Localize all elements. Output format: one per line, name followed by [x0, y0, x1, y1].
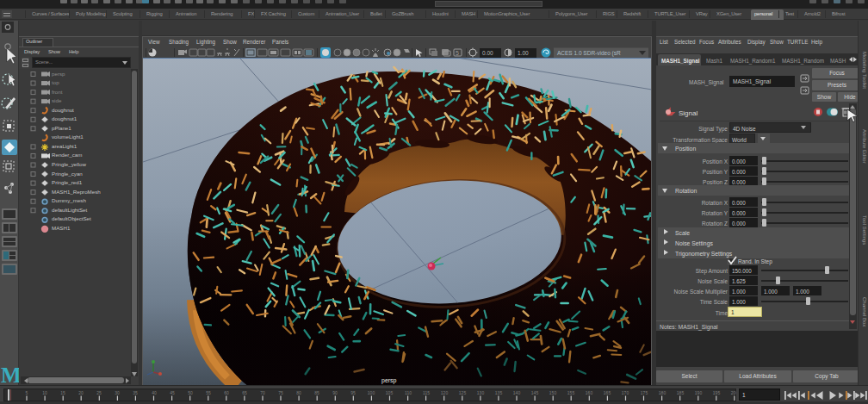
svg-text:90: 90 — [332, 390, 338, 395]
svg-text:Signal: Signal — [679, 109, 698, 117]
svg-text:persp: persp — [381, 377, 397, 384]
svg-text:185: 185 — [677, 390, 685, 395]
svg-text:150: 150 — [549, 390, 557, 395]
svg-text:160: 160 — [586, 390, 593, 395]
svg-text:1.00: 1.00 — [518, 50, 529, 56]
svg-text:5: 5 — [456, 50, 459, 56]
svg-text:180: 180 — [659, 390, 666, 395]
svg-text:130: 130 — [477, 390, 485, 395]
svg-text:10: 10 — [42, 390, 47, 395]
svg-text:195: 195 — [713, 390, 721, 395]
svg-text:20: 20 — [78, 390, 84, 395]
svg-text:55: 55 — [206, 390, 211, 395]
svg-text:60: 60 — [224, 390, 229, 395]
svg-text:75: 75 — [278, 390, 283, 395]
svg-text:65: 65 — [242, 390, 247, 395]
svg-text:35: 35 — [133, 390, 138, 395]
svg-text:170: 170 — [622, 390, 629, 395]
svg-text:50: 50 — [188, 390, 193, 395]
svg-text:190: 190 — [695, 390, 703, 395]
svg-text:140: 140 — [513, 390, 521, 395]
svg-text:0.00: 0.00 — [482, 50, 493, 56]
svg-text:40: 40 — [152, 390, 157, 395]
svg-text:80: 80 — [296, 390, 301, 395]
svg-text:95: 95 — [350, 390, 356, 395]
svg-text:125: 125 — [459, 390, 467, 395]
svg-text:165: 165 — [604, 390, 611, 395]
svg-text:105: 105 — [386, 390, 394, 395]
svg-text:115: 115 — [423, 390, 430, 395]
svg-text:5: 5 — [26, 390, 28, 395]
svg-text:200: 200 — [731, 390, 736, 395]
svg-text:85: 85 — [314, 390, 319, 395]
svg-text:100: 100 — [368, 390, 375, 395]
svg-text:30: 30 — [115, 390, 120, 395]
svg-text:145: 145 — [531, 390, 539, 395]
svg-text:110: 110 — [405, 390, 412, 395]
svg-text:135: 135 — [495, 390, 503, 395]
svg-text:70: 70 — [260, 390, 265, 395]
svg-text:45: 45 — [170, 390, 175, 395]
svg-text:15: 15 — [60, 390, 65, 395]
svg-text:155: 155 — [567, 390, 575, 395]
svg-text:175: 175 — [641, 390, 648, 395]
svg-text:ACES 1.0 SDR-video (sR: ACES 1.0 SDR-video (sR — [557, 50, 621, 57]
svg-text:120: 120 — [441, 390, 449, 395]
svg-text:25: 25 — [96, 390, 102, 395]
